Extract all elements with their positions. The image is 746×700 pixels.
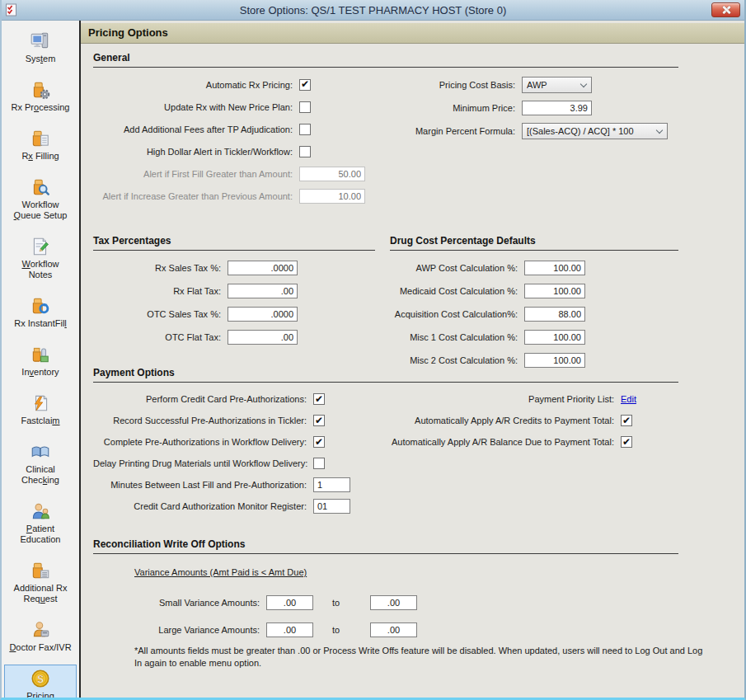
delay-printing-drug-materials-until-workflow-delivery-checkbox[interactable] <box>313 458 325 469</box>
alert-if-increase-greater-than-previous-amount-row: Alert if Increase Greater than Previous … <box>93 185 744 207</box>
pricing-cost-basis-select-value: AWP <box>527 80 576 90</box>
minimum-price-field[interactable] <box>522 101 592 115</box>
sidebar-item-pricing[interactable]: Pricing <box>4 665 77 698</box>
payment-priority-list-row: Payment Priority List: Edit <box>390 388 636 410</box>
small-variance-amounts-from-field[interactable] <box>266 595 313 610</box>
tax-heading: Tax Percentages <box>93 235 375 251</box>
acquisition-cost-calculation-row: Acquisition Cost Calculation%: <box>390 303 687 326</box>
payment-priority-list-label: Payment Priority List: <box>390 394 614 404</box>
pricing-cost-basis-select[interactable]: AWP <box>522 77 592 93</box>
sidebar-item-doctor-fax-ivr[interactable]: Doctor Fax/IVR <box>4 616 77 655</box>
otc-flat-tax-label: OTC Flat Tax: <box>93 332 221 342</box>
sidebar-item-label: WorkflowNotes <box>21 259 59 280</box>
reconciliation-heading: Reconciliation Write Off Options <box>93 538 678 554</box>
misc-1-cost-calculation-field[interactable] <box>524 330 585 345</box>
perform-credit-card-pre-authorizations-checkbox[interactable]: ✔ <box>313 393 325 405</box>
rx-flat-tax-label: Rx Flat Tax: <box>93 286 221 296</box>
otc-sales-tax-label: OTC Sales Tax %: <box>93 309 221 319</box>
section-general: General Pricing Cost Basis:AWPMinimum Pr… <box>93 52 744 207</box>
alert-if-first-fill-greater-than-amount-field[interactable] <box>299 167 365 181</box>
minutes-between-last-fill-and-pre-authorization-field[interactable] <box>313 477 350 492</box>
misc-2-cost-calculation-label: Misc 2 Cost Calculation %: <box>390 355 518 365</box>
sidebar-item-patient-education[interactable]: PatientEducation <box>4 497 77 547</box>
sidebar-item-label: Rx InstantFill <box>14 318 67 329</box>
awp-cost-calculation-row: AWP Cost Calculation %: <box>390 256 687 280</box>
sidebar-item-label: Additional RxRequest <box>14 583 68 604</box>
title-bar: Store Options: QS/1 TEST PHARMACY HOST (… <box>2 0 744 21</box>
variance-amounts-subheading: Variance Amounts (Amt Paid is < Amt Due) <box>134 567 307 577</box>
automatically-apply-a-r-credits-to-payment-total-label: Automatically Apply A/R Credits to Payme… <box>390 416 614 425</box>
awp-cost-calculation-label: AWP Cost Calculation %: <box>390 263 518 273</box>
high-dollar-alert-in-tickler-workflow-row: High Dollar Alert in Tickler/Workflow: <box>93 140 744 162</box>
section-tax-and-drug-cost: Tax Percentages Rx Sales Tax %:Rx Flat T… <box>93 235 744 349</box>
medicaid-cost-calculation-field[interactable] <box>524 284 585 298</box>
fastclaim-icon <box>30 392 51 414</box>
record-successful-pre-authorizations-in-tickler-checkbox[interactable]: ✔ <box>313 415 325 426</box>
automatically-apply-a-r-credits-to-payment-total-checkbox[interactable]: ✔ <box>621 415 632 426</box>
small-variance-amounts-to-field[interactable] <box>370 595 417 610</box>
large-variance-amounts-from-field[interactable] <box>266 622 313 637</box>
alert-if-first-fill-greater-than-amount-label: Alert if First Fill Greater than Amount: <box>93 169 293 179</box>
margin-percent-formula-row: Margin Percent Formula:[(Sales-ACQ) / AC… <box>390 120 668 143</box>
close-button[interactable] <box>711 2 740 17</box>
otc-sales-tax-field[interactable] <box>228 307 298 322</box>
small-variance-amounts-to-word: to <box>330 598 342 608</box>
alert-if-first-fill-greater-than-amount-row: Alert if First Fill Greater than Amount: <box>93 162 744 185</box>
misc-1-cost-calculation-row: Misc 1 Cost Calculation %: <box>390 326 687 349</box>
margin-percent-formula-label: Margin Percent Formula: <box>390 126 515 136</box>
automatic-rx-pricing-label: Automatic Rx Pricing: <box>93 80 293 90</box>
small-variance-amounts-row: Small Variance Amounts:to <box>93 589 744 616</box>
sidebar-item-label: PatientEducation <box>21 524 61 545</box>
high-dollar-alert-in-tickler-workflow-label: High Dollar Alert in Tickler/Workflow: <box>93 147 293 157</box>
alert-if-increase-greater-than-previous-amount-field[interactable] <box>299 189 365 204</box>
sidebar: SystemRx ProcessingRx FillingWorkflowQue… <box>2 21 81 698</box>
margin-percent-formula-select-value: [(Sales-ACQ) / ACQ] * 100 <box>527 126 652 136</box>
general-heading: General <box>93 52 678 68</box>
payment-priority-list-edit-link[interactable]: Edit <box>621 394 636 404</box>
window-title: Store Options: QS/1 TEST PHARMACY HOST (… <box>2 4 744 16</box>
sidebar-item-rx-filling[interactable]: Rx Filling <box>4 124 77 164</box>
sidebar-item-rx-processing[interactable]: Rx Processing <box>4 76 77 115</box>
automatically-apply-a-r-balance-due-to-payment-total-checkbox[interactable]: ✔ <box>621 436 632 448</box>
drug-cost-heading: Drug Cost Percentage Defaults <box>390 235 678 251</box>
add-additional-fees-after-tp-adjudication-checkbox[interactable] <box>299 124 311 135</box>
rx-instantfill-icon <box>30 295 51 317</box>
patient-education-icon <box>30 500 51 522</box>
sidebar-item-workflow-notes[interactable]: WorkflowNotes <box>4 233 77 283</box>
automatic-rx-pricing-checkbox[interactable]: ✔ <box>299 79 311 91</box>
check-mark-icon: ✔ <box>315 416 323 425</box>
large-variance-amounts-to-field[interactable] <box>370 622 417 637</box>
misc-1-cost-calculation-label: Misc 1 Cost Calculation %: <box>390 332 518 342</box>
otc-flat-tax-field[interactable] <box>228 330 298 345</box>
chevron-down-icon <box>656 126 663 133</box>
store-options-dialog: Store Options: QS/1 TEST PHARMACY HOST (… <box>0 0 746 700</box>
complete-pre-authorizations-in-workflow-delivery-checkbox[interactable]: ✔ <box>313 436 325 448</box>
credit-card-authorization-monitor-register-field[interactable] <box>313 499 350 514</box>
inventory-icon <box>30 344 51 365</box>
sidebar-item-rx-instantfill[interactable]: Rx InstantFill <box>4 292 77 331</box>
update-rx-with-new-price-plan-checkbox[interactable] <box>299 101 311 113</box>
pricing-cost-basis-row: Pricing Cost Basis:AWP <box>390 73 668 96</box>
sidebar-item-system[interactable]: System <box>4 27 77 67</box>
misc-2-cost-calculation-field[interactable] <box>524 353 585 368</box>
medicaid-cost-calculation-label: Medicaid Cost Calculation %: <box>390 286 518 296</box>
add-additional-fees-after-tp-adjudication-label: Add Additional Fees after TP Adjudicatio… <box>93 124 293 134</box>
sidebar-item-clinical-checking[interactable]: ClinicalChecking <box>4 438 77 488</box>
rx-sales-tax-field[interactable] <box>228 261 298 275</box>
credit-card-authorization-monitor-register-label: Credit Card Authorization Monitor Regist… <box>93 501 307 511</box>
sidebar-item-inventory[interactable]: Inventory <box>4 341 77 380</box>
sidebar-item-fastclaim[interactable]: Fastclaim <box>4 389 77 429</box>
awp-cost-calculation-field[interactable] <box>524 261 585 275</box>
margin-percent-formula-select[interactable]: [(Sales-ACQ) / ACQ] * 100 <box>522 123 668 139</box>
check-mark-icon: ✔ <box>301 79 309 89</box>
high-dollar-alert-in-tickler-workflow-checkbox[interactable] <box>299 146 311 157</box>
sidebar-item-additional-rx-request[interactable]: Additional RxRequest <box>4 557 77 607</box>
rx-flat-tax-field[interactable] <box>228 284 298 298</box>
main-panel: Pricing Options General Pricing Cost Bas… <box>81 21 744 698</box>
system-icon <box>30 31 51 52</box>
rx-filling-icon <box>30 128 51 149</box>
complete-pre-authorizations-in-workflow-delivery-label: Complete Pre-Authorizations in Workflow … <box>93 437 307 447</box>
acquisition-cost-calculation-field[interactable] <box>524 307 585 322</box>
sidebar-item-workflow-queue-setup[interactable]: WorkflowQueue Setup <box>4 173 77 223</box>
sidebar-item-label: WorkflowQueue Setup <box>14 200 68 221</box>
